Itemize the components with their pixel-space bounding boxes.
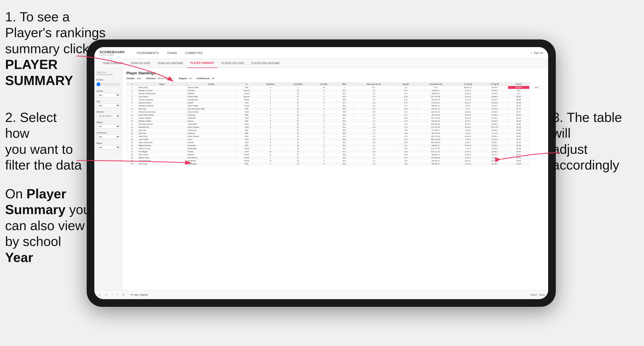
table-row: 6Jackson KoivunAuburnFirst227067.3-2.02.… bbox=[127, 101, 544, 104]
ipad-screen: SCOREBOARD Powered by dipp8 TOURNAMENTS … bbox=[94, 47, 548, 299]
table-row: 9Preston SummerhaysArizona StateThird324… bbox=[127, 110, 544, 114]
year-select[interactable]: (All) bbox=[96, 103, 120, 108]
col-yr: Yr bbox=[236, 82, 257, 86]
sign-out-link[interactable]: Sign out bbox=[534, 51, 543, 54]
tab-team-h2h-grid[interactable]: TEAM H2H GRID bbox=[127, 59, 153, 68]
table-row: 26Petr HrubyWashingtonFifth725068.6-1.81… bbox=[127, 162, 544, 165]
nav-right: | Sign out bbox=[531, 51, 543, 54]
col-points: Points bbox=[508, 82, 530, 86]
table-row: 25Cole SherwoodVanderbiltFourth1223069.3… bbox=[127, 159, 544, 162]
back-btn[interactable]: ‹ bbox=[111, 293, 114, 297]
col-adj-score: Adj. Score to Par bbox=[353, 82, 395, 86]
player-section: Player (All) bbox=[96, 142, 120, 149]
main-content: Update time: 27/03/2024 16:56:26 No Rds.… bbox=[94, 68, 548, 290]
forward-btn[interactable]: › bbox=[116, 293, 119, 297]
col-overall-record: Overall Record bbox=[417, 82, 455, 86]
filter-division: Division: NCAA Division I bbox=[146, 77, 174, 80]
nav-separator: | bbox=[531, 51, 532, 54]
division-label: Division bbox=[96, 111, 120, 113]
table-row: 15Jake HallTennesseeFifth728068.5-1.51.6… bbox=[127, 129, 544, 132]
table-row: 5Christo LamprechtGeorgia TechFourth2210… bbox=[127, 98, 544, 101]
col-reg-rank: Reg Rank bbox=[257, 82, 284, 86]
refresh-btn[interactable]: ⟳ bbox=[121, 293, 126, 297]
top-nav: SCOREBOARD Powered by dipp8 TOURNAMENTS … bbox=[94, 47, 548, 59]
division-section: Division NCAA Division I bbox=[96, 111, 120, 118]
table-area: Player Standings Gender: Men Division: N… bbox=[122, 68, 548, 290]
annotation-step3-right: 3. The table will adjust accordingly bbox=[552, 109, 639, 173]
annotation-step3-bottom: On PlayerSummary youcan also viewby scho… bbox=[5, 186, 92, 265]
table-row: 18Luke PowellUCLAFirst424168.0-1.81.1350… bbox=[127, 138, 544, 141]
region-section: Region N/A bbox=[96, 121, 120, 129]
undo-btn[interactable]: ↩ bbox=[97, 293, 102, 297]
col-conf-rank: Conf Rank bbox=[284, 82, 312, 86]
redo-btn[interactable]: ↪ bbox=[104, 293, 109, 297]
bottom-toolbar: ↩ ↪ ‹ › ⟳ 👁 View: Original Watch Share bbox=[94, 290, 548, 299]
table-row: 8Mats EgeEast Tennessee StateFifth124268… bbox=[127, 107, 544, 110]
view-label: 👁 View: Original bbox=[131, 294, 148, 296]
tab-team-h2h-heatmap[interactable]: TEAM H2H HEATMAP bbox=[154, 59, 186, 68]
table-row: 20Matthew RiedelVanderbiltFifth528068.4-… bbox=[127, 144, 544, 147]
filter-gender: Gender: Men bbox=[126, 77, 141, 80]
year-label: Year bbox=[96, 100, 120, 103]
division-select[interactable]: NCAA Division I bbox=[96, 114, 120, 118]
sidebar: Update time: 27/03/2024 16:56:26 No Rds.… bbox=[94, 68, 122, 290]
conference-label: Conference bbox=[96, 132, 120, 134]
region-label: Region bbox=[96, 121, 120, 123]
table-row: 7Nicholas GabrelcikNorth FloridaFourth12… bbox=[127, 104, 544, 107]
player-select[interactable]: (All) bbox=[96, 145, 120, 149]
table-row: 16Alex GoffKentuckyFifth919068.3-1.71.92… bbox=[127, 132, 544, 135]
player-standings-table: # Player School Yr Reg Rank Conf Rank No… bbox=[126, 82, 544, 165]
table-row: 10Jacob Skov OlesenArkansasFifth323068.4… bbox=[127, 114, 544, 117]
table-row: 14Maxwell FordNorth CarolinaThird322069.… bbox=[127, 126, 544, 129]
filter-region: Region: All bbox=[179, 77, 192, 80]
col-player: Player bbox=[137, 82, 187, 86]
table-row: 13Phachara KhononTexas A&MThird630169.0-… bbox=[127, 123, 544, 126]
col-wins: Wins bbox=[336, 82, 353, 86]
col-vs-top50: Vs Top 50 bbox=[481, 82, 508, 86]
table-row: 11Gordon SargentVanderbiltThird421068.7-… bbox=[127, 117, 544, 120]
tab-player-summary[interactable]: PLAYER SUMMARY bbox=[187, 59, 217, 68]
conference-select[interactable]: (All) bbox=[96, 135, 120, 139]
table-row: 19Tiger ChristensenArizonaThird523269.2-… bbox=[127, 141, 544, 144]
table-title: Player Standings bbox=[126, 71, 544, 75]
year-section: Year (All) bbox=[96, 100, 120, 108]
ipad-device: SCOREBOARD Powered by dipp8 TOURNAMENTS … bbox=[87, 39, 556, 307]
gender-label: Gender bbox=[96, 90, 120, 92]
gender-select[interactable]: Men bbox=[96, 93, 120, 97]
conference-section: Conference (All) bbox=[96, 132, 120, 139]
watch-btn[interactable]: Watch bbox=[531, 294, 537, 296]
gender-section: Gender Men bbox=[96, 90, 120, 97]
table-row: 2Michael Le SassoOle MissSecond118067.1-… bbox=[127, 89, 544, 92]
nav-tournaments[interactable]: TOURNAMENTS bbox=[132, 47, 163, 59]
toolbar-right: Watch Share bbox=[531, 294, 545, 296]
col-rank: # bbox=[127, 82, 137, 86]
year-bold: Year bbox=[5, 250, 33, 265]
table-row: 17David FordNorth CarolinaFifth920069.1-… bbox=[127, 135, 544, 138]
table-row: 4Luke ClatonFlorida StateSecond127068.2-… bbox=[127, 95, 544, 98]
col-no-rds: No. Rds. bbox=[312, 82, 336, 86]
share-btn[interactable]: Share bbox=[539, 294, 545, 296]
filter-conference: Conference: All bbox=[197, 77, 214, 80]
nav-committee[interactable]: COMMITTEE bbox=[181, 47, 207, 59]
table-row: 12Brendan ValdesAuburnFifth537068.4-1.11… bbox=[127, 120, 544, 123]
nav-teams[interactable]: TEAMS bbox=[163, 47, 181, 59]
table-row: 22Ian GilliganFloridaThird1024168.7-0.91… bbox=[127, 150, 544, 153]
annotation-step1: 1. To see a Player's rankings summary cl… bbox=[5, 9, 115, 88]
step1-bold: PLAYER SUMMARY bbox=[5, 57, 73, 88]
col-avg-sg: Avg SG bbox=[395, 82, 417, 86]
player-label: Player bbox=[96, 142, 120, 144]
annotation-step2: 2. Select how you want to filter the dat… bbox=[5, 109, 84, 173]
filter-row: Gender: Men Division: NCAA Division I Re… bbox=[126, 77, 544, 80]
region-select[interactable]: N/A bbox=[96, 124, 120, 129]
col-school: School bbox=[187, 82, 236, 86]
sub-nav: TEAM SUMMARY TEAM H2H GRID TEAM H2H HEAT… bbox=[94, 59, 548, 68]
table-row: 24Bastien AmatNew MexicoFourth127269.4-1… bbox=[127, 156, 544, 159]
table-row: 21Taehoon SongWashingtonFourth423169.1-1… bbox=[127, 147, 544, 150]
tab-player-h2h-grid[interactable]: PLAYER H2H GRID bbox=[218, 59, 247, 68]
player-bold: PlayerSummary bbox=[5, 186, 66, 217]
table-row: 23Jack LundinMissouriFourth1124068.6-2.3… bbox=[127, 153, 544, 156]
table-row: 3Michael ThorbjornsenStanfordFourth21206… bbox=[127, 92, 544, 95]
table-row: 1Wenyi DingArizona StateFirst1115167.1-3… bbox=[127, 86, 544, 89]
tab-player-h2h-heatmap[interactable]: PLAYER H2H HEATMAP bbox=[248, 59, 283, 68]
col-vs-top25: Vs Top 25 bbox=[455, 82, 481, 86]
